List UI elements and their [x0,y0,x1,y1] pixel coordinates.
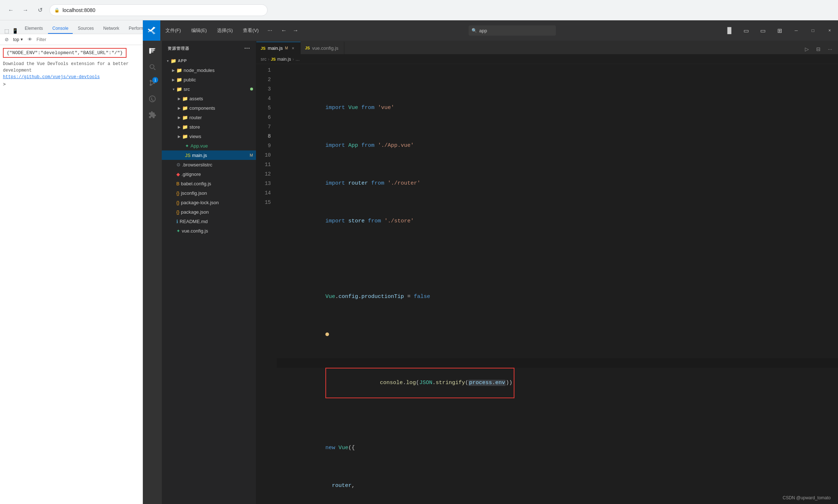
folder-icon: 📁 [182,105,188,111]
console-expand-arrow[interactable]: > [3,82,140,87]
tab-elements[interactable]: Elements [20,24,47,34]
top-selector[interactable]: top ▼ [13,37,24,42]
chevron-right-icon: ▶ [176,106,182,110]
folder-icon: 📁 [171,58,176,64]
tree-item-assets[interactable]: ▶ 📁 assets [162,94,256,103]
devtools-toolbar: ⊘ top ▼ 👁 [0,34,143,45]
tree-item-components[interactable]: ▶ 📁 components [162,103,256,113]
tree-item-app-vue[interactable]: ▶ ✦ App.vue [162,141,256,150]
code-editor[interactable]: 1 2 3 4 5 6 7 8 9 10 11 12 13 14 [256,64,838,504]
address-bar[interactable]: 🔒 localhost:8080 [49,4,268,16]
tree-item-views[interactable]: ▶ 📁 views [162,132,256,141]
split-editor-icon[interactable]: ⊟ [813,44,823,54]
more-actions-icon[interactable]: ··· [825,44,835,54]
tree-item-readme[interactable]: ▶ ℹ README.md [162,217,256,226]
layout-grid-btn[interactable]: ⊞ [771,20,788,41]
menu-view[interactable]: 查看(V) [238,20,264,41]
folder-icon: 📁 [182,115,188,120]
code-line-8: console.log(JSON.stringify(process.env)) [277,358,838,368]
activity-source-control[interactable]: 1 [145,76,160,90]
tree-item-babel[interactable]: ▶ B babel.config.js [162,179,256,188]
maximize-button[interactable]: □ [805,20,821,41]
devtools-icon-inspect[interactable]: ⬚ [4,28,9,34]
tree-item-store[interactable]: ▶ 📁 store [162,122,256,132]
tab-sources[interactable]: Sources [73,24,98,34]
main-layout: ⬚ 📱 Elements Console Sources Network Per… [0,20,838,504]
top-dropdown-icon: ▼ [20,37,24,41]
reload-button[interactable]: ↺ [35,5,45,15]
tree-item-main-js[interactable]: ▶ JS main.js M [162,150,256,160]
nav-forward[interactable]: → [290,25,301,36]
svg-point-2 [150,84,152,86]
folder-icon: 📁 [182,134,188,139]
code-content[interactable]: import Vue from 'vue' import App from '.… [277,64,838,504]
tree-item-router[interactable]: ▶ 📁 router [162,113,256,122]
chevron-down-icon: ▾ [171,87,176,91]
tree-item-package-lock[interactable]: ▶ {} package-lock.json [162,198,256,207]
devtools-link[interactable]: https://github.com/vuejs/vue-devtools [3,74,100,80]
chevron-right-icon: ▶ [176,125,182,129]
js-icon: JS [261,46,265,51]
tab-console[interactable]: Console [48,24,73,34]
devtools-tabs: ⬚ 📱 Elements Console Sources Network Per… [0,20,143,34]
search-icon: 🔍 [472,28,477,33]
activity-explorer[interactable] [145,44,160,58]
activity-debug[interactable] [145,92,160,106]
vscode-body: 1 [143,41,838,504]
babel-icon: B [176,181,180,186]
console-info-text: Download the Vue DevTools extension for … [3,61,140,80]
tab-main-js[interactable]: JS main.js M × [256,42,301,54]
tree-item-app[interactable]: ▾ 📁 APP [162,56,256,65]
vscode-titlebar: 文件(F) 编辑(E) 选择(S) 查看(V) ··· ← → 🔍 [143,20,838,41]
run-icon[interactable]: ▷ [802,44,812,54]
modified-badge: M [250,153,253,157]
sidebar-more-icon[interactable]: ··· [244,45,250,52]
layout-editor-btn[interactable]: ▭ [738,20,754,41]
code-line-6: Vue.config.productionTip = false [277,283,838,292]
sidebar: 资源管理器 ··· ▾ 📁 APP ▶ 📁 node_modules [162,41,256,504]
tab-actions: ▷ ⊟ ··· [799,44,838,54]
minimize-button[interactable]: ─ [788,20,805,41]
menu-edit[interactable]: 编辑(E) [186,20,212,41]
tree-item-package[interactable]: ▶ {} package.json [162,207,256,217]
chevron-right-icon: ▶ [176,97,182,101]
code-line-2: import App from './App.vue' [277,132,838,141]
tree-item-browserslistrc[interactable]: ▶ ⚙ .browserslistrc [162,160,256,169]
back-button[interactable]: ← [6,5,16,15]
tab-vue-config[interactable]: JS vue.config.js [301,42,344,54]
tree-item-node-modules[interactable]: ▶ 📁 node_modules [162,65,256,75]
tree-item-public[interactable]: ▶ 📁 public [162,75,256,84]
code-line-9 [277,396,838,406]
vscode-search-bar[interactable]: 🔍 app [469,25,556,36]
eye-icon[interactable]: 👁 [27,36,34,43]
tab-close-icon[interactable]: × [290,45,296,51]
browser-chrome: ← → ↺ 🔒 localhost:8080 [0,0,838,20]
filter-input[interactable] [37,37,91,42]
tab-modified-dot: M [285,46,288,50]
tree-item-jsconfig[interactable]: ▶ {} jsconfig.json [162,188,256,198]
menu-file[interactable]: 文件(F) [160,20,186,41]
js-file-icon: JS [185,153,191,158]
menu-select[interactable]: 选择(S) [212,20,238,41]
activity-extensions[interactable] [145,108,160,122]
tree-item-src[interactable]: ▾ 📁 src [162,84,256,94]
nav-back[interactable]: ← [279,25,289,36]
layout-panel-btn[interactable]: ▭ [754,20,771,41]
forward-button[interactable]: → [20,5,31,15]
svg-line-7 [152,84,153,85]
breadcrumb: src › JSmain.js › … [256,55,838,64]
menu-more[interactable]: ··· [264,27,276,34]
json-file-icon: {} [176,200,180,205]
clear-console-icon[interactable]: ⊘ [3,36,10,43]
tree-item-vue-config[interactable]: ▶ ✦ vue.config.js [162,226,256,235]
folder-icon: 📁 [176,68,182,73]
devtools-icon-responsive[interactable]: 📱 [12,28,18,34]
close-button[interactable]: × [821,20,838,41]
layout-sidebar-btn[interactable]: ▐▌ [721,20,738,41]
vue-file-icon: ✦ [185,143,189,149]
tab-network[interactable]: Network [99,24,124,34]
tree-item-gitignore[interactable]: ▶ ◆ .gitignore [162,169,256,179]
activity-search[interactable] [145,60,160,74]
folder-icon: 📁 [182,124,188,130]
source-control-badge: 1 [152,77,158,83]
